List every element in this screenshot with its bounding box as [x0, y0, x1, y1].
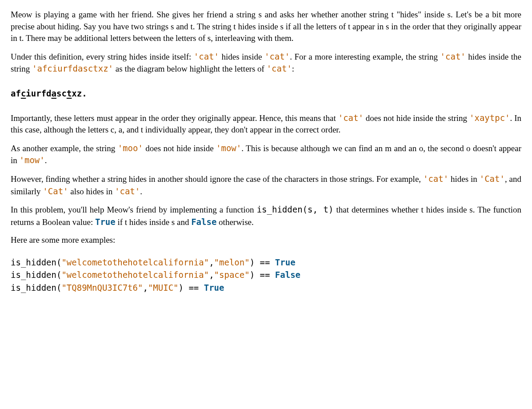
example-result: True: [204, 283, 224, 293]
example-arg-t: "MUIC": [148, 283, 179, 293]
code-literal: 'cat': [423, 174, 448, 184]
paragraph-moo: As another example, the string 'moo' doe…: [11, 142, 521, 167]
text: . For a more interesting example, the st…: [290, 52, 440, 61]
examples-block: is_hidden("welcometothehotelcalifornia",…: [11, 256, 521, 294]
code-literal: 'cat': [338, 113, 364, 123]
example-line: is_hidden("welcometothehotelcalifornia",…: [11, 269, 521, 281]
text: as the diagram below highlight the lette…: [113, 64, 267, 73]
code-literal: 'cat': [440, 52, 466, 61]
example-fn: is_hidden(: [11, 270, 61, 280]
example-close: ) ==: [250, 270, 275, 280]
diagram-text: iurfd: [26, 88, 51, 98]
code-literal: 'cat': [264, 52, 290, 61]
diagram-highlight: t: [67, 88, 72, 98]
text: :: [292, 64, 294, 73]
text: otherwise.: [216, 217, 253, 227]
code-literal: 'Cat': [480, 174, 505, 184]
example-line: is_hidden("welcometothehotelcalifornia",…: [11, 256, 521, 269]
paragraph-case: However, finding whether a string hides …: [11, 173, 521, 197]
text: .: [45, 156, 47, 165]
code-literal: 'cat': [267, 64, 292, 73]
code-literal: 'mow': [20, 155, 45, 165]
diagram-text: af: [11, 88, 21, 98]
example-fn: is_hidden(: [11, 257, 61, 267]
example-result: True: [275, 257, 296, 267]
code-literal: 'cat': [115, 186, 140, 196]
text: if t hides inside s and: [116, 217, 191, 227]
code-literal: 'xaytpc': [469, 113, 510, 123]
code-literal: 'cat': [194, 52, 219, 61]
example-arg-t: "melon": [214, 257, 250, 267]
text: also hides in: [68, 187, 115, 196]
example-sep: ,: [209, 257, 214, 267]
example-line: is_hidden("TQ89MnQU3IC7t6","MUIC") == Tr…: [11, 281, 521, 294]
text: does not hide inside the string: [364, 113, 469, 123]
code-bool-true: True: [95, 217, 116, 227]
text: In this problem, you'll help Meow's frie…: [11, 205, 257, 214]
example-sep: ,: [143, 283, 148, 293]
code-bool-false: False: [191, 217, 216, 227]
example-arg-s: "welcometothehotelcalifornia": [61, 270, 209, 280]
diagram-hidden-letters: afciurfdasctxz.: [11, 88, 521, 100]
code-literal: 'moo': [118, 143, 143, 153]
example-arg-t: "space": [214, 270, 250, 280]
example-close: ) ==: [179, 283, 204, 293]
diagram-text: sc: [56, 88, 67, 98]
diagram-text: xz.: [72, 88, 87, 98]
example-arg-s: "TQ89MnQU3IC7t6": [61, 283, 143, 293]
text: Importantly, these letters must appear i…: [11, 113, 338, 123]
example-arg-s: "welcometothehotelcalifornia": [61, 257, 209, 267]
code-literal: 'Cat': [43, 186, 68, 196]
paragraph-task: In this problem, you'll help Meow's frie…: [11, 204, 521, 228]
text: As another example, the string: [11, 144, 118, 153]
example-fn: is_hidden(: [11, 283, 61, 293]
code-literal: 'afciurfdasctxz': [32, 64, 113, 73]
paragraph-order: Importantly, these letters must appear i…: [11, 112, 521, 136]
paragraph-intro: Meow is playing a game with her friend. …: [11, 9, 521, 44]
text: Under this definition, every string hide…: [11, 52, 194, 61]
text: does not hide inside: [143, 144, 216, 153]
example-close: ) ==: [250, 257, 275, 267]
text: hides in: [448, 174, 480, 184]
example-sep: ,: [209, 270, 214, 280]
text: hides inside: [219, 52, 264, 61]
code-function: is_hidden(s, t): [257, 204, 334, 214]
diagram-highlight: a: [52, 88, 56, 98]
diagram-highlight: c: [21, 88, 26, 98]
paragraph-selfhide: Under this definition, every string hide…: [11, 51, 521, 75]
text: However, finding whether a string hides …: [11, 174, 423, 184]
code-literal: 'mow': [216, 143, 241, 153]
text: .: [140, 187, 142, 196]
example-result: False: [275, 270, 300, 280]
paragraph-examples-intro: Here are some more examples:: [11, 234, 521, 246]
